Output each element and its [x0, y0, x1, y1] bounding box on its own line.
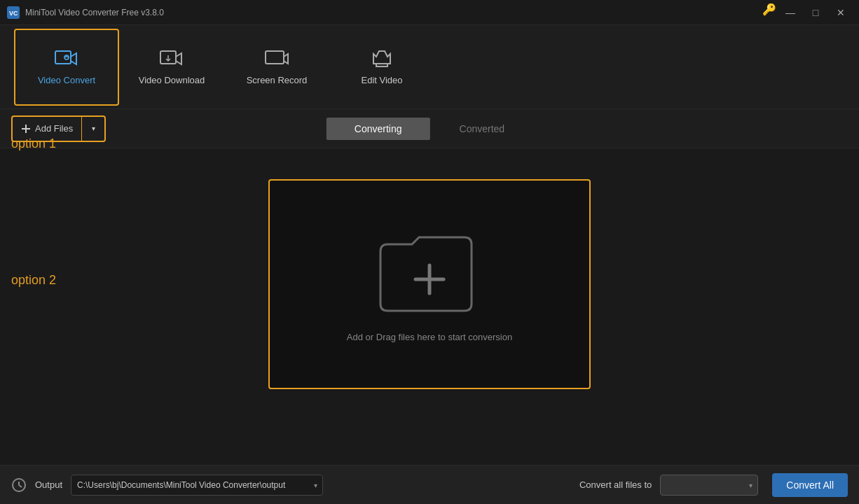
convert-all-select-wrapper — [660, 475, 758, 496]
screen-record-icon — [264, 48, 289, 69]
svg-line-12 — [19, 485, 22, 487]
add-files-label: Add Files — [35, 123, 73, 134]
window-controls: 🔑 — □ ✕ — [762, 3, 852, 22]
drop-zone-text: Add or Drag files here to start conversi… — [347, 332, 512, 342]
add-files-dropdown-arrow[interactable]: ▾ — [82, 117, 104, 141]
output-path-wrapper: C:\Users\bj\Documents\MiniTool Video Con… — [71, 475, 323, 496]
convert-all-label: Convert all files to — [579, 479, 652, 490]
nav-screen-record-label: Screen Record — [247, 75, 308, 85]
drop-zone-wrapper: Add or Drag files here to start conversi… — [268, 179, 591, 389]
tab-bar: Converting Converted — [327, 118, 532, 140]
add-icon — [21, 124, 31, 134]
toolbar: Add Files ▾ Converting Converted — [0, 109, 859, 148]
edit-video-icon — [369, 48, 394, 69]
app-title: MiniTool Video Converter Free v3.8.0 — [25, 8, 762, 18]
option1-label: option 1 — [11, 136, 56, 151]
nav-edit-video-label: Edit Video — [361, 75, 402, 85]
convert-all-button[interactable]: Convert All — [772, 473, 848, 497]
key-icon[interactable]: 🔑 — [762, 3, 776, 22]
nav-video-download-label: Video Download — [139, 75, 205, 85]
option2-label: option 2 — [11, 273, 56, 288]
footer: Output C:\Users\bj\Documents\MiniTool Vi… — [0, 465, 859, 504]
convert-all-format-select[interactable] — [660, 475, 758, 496]
title-bar: VC MiniTool Video Converter Free v3.8.0 … — [0, 0, 859, 25]
tab-converting[interactable]: Converting — [327, 118, 430, 140]
nav-item-screen-record[interactable]: Screen Record — [224, 29, 329, 106]
video-download-icon — [159, 48, 184, 69]
svg-rect-5 — [266, 51, 284, 64]
close-button[interactable]: ✕ — [830, 3, 852, 22]
tab-converted[interactable]: Converted — [432, 118, 533, 140]
folder-add-icon — [373, 227, 486, 318]
maximize-button[interactable]: □ — [804, 3, 827, 22]
clock-icon — [11, 477, 27, 493]
nav-item-video-download[interactable]: Video Download — [119, 29, 224, 106]
nav-video-convert-label: Video Convert — [38, 75, 95, 85]
svg-text:VC: VC — [9, 10, 18, 17]
nav-item-video-convert[interactable]: Video Convert — [14, 29, 119, 106]
output-label: Output — [35, 479, 62, 490]
nav-item-edit-video[interactable]: Edit Video — [329, 29, 434, 106]
drop-zone[interactable]: Add or Drag files here to start conversi… — [268, 179, 591, 389]
nav-bar: Video Convert Video Download Screen Reco… — [0, 25, 859, 109]
minimize-button[interactable]: — — [779, 3, 802, 22]
output-path-select[interactable]: C:\Users\bj\Documents\MiniTool Video Con… — [71, 475, 323, 496]
video-convert-icon — [54, 48, 79, 69]
app-logo-icon: VC — [7, 6, 20, 19]
